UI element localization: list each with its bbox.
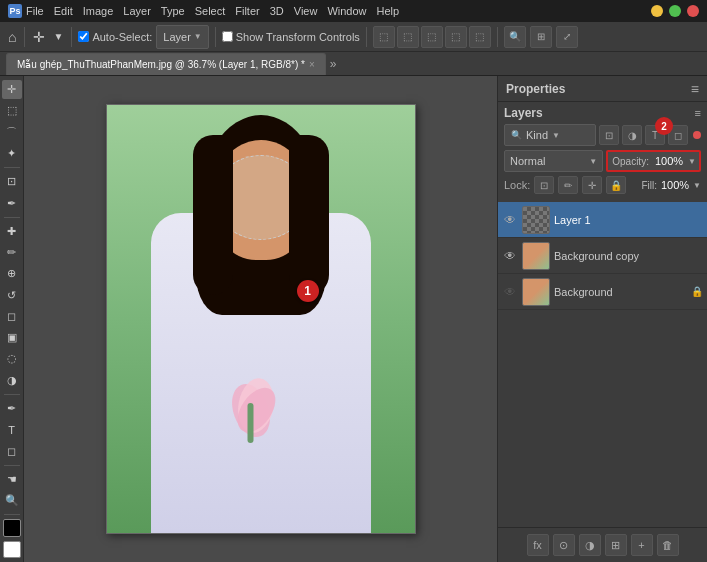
- layer-item-background[interactable]: 👁 Background 🔒: [498, 274, 707, 310]
- adjustment-button[interactable]: ◑: [579, 534, 601, 556]
- right-panel: Properties ≡ Layers ≡ 🔍 Kind ▼ ⊡ ◑ T: [497, 76, 707, 562]
- hand-tool[interactable]: ☚: [2, 470, 22, 489]
- background-visibility-toggle[interactable]: 👁: [502, 284, 518, 300]
- close-button[interactable]: [687, 5, 699, 17]
- gradient-tool[interactable]: ▣: [2, 328, 22, 347]
- history-brush-tool[interactable]: ↺: [2, 285, 22, 304]
- layer-dropdown[interactable]: Layer ▼: [156, 25, 208, 49]
- toolbar-separator-3: [215, 27, 216, 47]
- filter-adjust-button[interactable]: ◑: [622, 125, 642, 145]
- move-tool[interactable]: ✛: [2, 80, 22, 99]
- fill-dropdown-arrow[interactable]: ▼: [693, 181, 701, 190]
- bgcopy-visibility-toggle[interactable]: 👁: [502, 248, 518, 264]
- menu-edit[interactable]: Edit: [54, 5, 73, 17]
- foreground-color[interactable]: [3, 519, 21, 536]
- layer-dropdown-label: Layer: [163, 31, 191, 43]
- layers-menu-button[interactable]: ≡: [695, 107, 701, 119]
- expand-button[interactable]: ⤢: [556, 26, 578, 48]
- flower-element: [223, 373, 278, 443]
- grid-button[interactable]: ⊞: [530, 26, 552, 48]
- align-buttons: ⬚ ⬚ ⬚ ⬚ ⬚: [373, 26, 491, 48]
- blur-tool[interactable]: ◌: [2, 349, 22, 368]
- title-bar: Ps File Edit Image Layer Type Select Fil…: [0, 0, 707, 22]
- magic-wand-tool[interactable]: ✦: [2, 144, 22, 163]
- layer1-visibility-toggle[interactable]: 👁: [502, 212, 518, 228]
- left-toolbar: ✛ ⬚ ⌒ ✦ ⊡ ✒ ✚ ✏ ⊕ ↺ ◻ ▣ ◌ ◑ ✒ T ◻ ☚ 🔍: [0, 76, 24, 562]
- pen-tool[interactable]: ✒: [2, 399, 22, 418]
- filter-pixel-button[interactable]: ⊡: [599, 125, 619, 145]
- brush-tool[interactable]: ✏: [2, 243, 22, 262]
- tab-nav-more[interactable]: »: [326, 57, 341, 71]
- opacity-dropdown-arrow[interactable]: ▼: [685, 157, 699, 166]
- marquee-tool[interactable]: ⬚: [2, 101, 22, 120]
- lock-all-button[interactable]: 🔒: [606, 176, 626, 194]
- home-icon[interactable]: ⌂: [6, 27, 18, 47]
- lock-transparent-button[interactable]: ⊡: [534, 176, 554, 194]
- menu-view[interactable]: View: [294, 5, 318, 17]
- minimize-button[interactable]: [651, 5, 663, 17]
- align-center-button[interactable]: ⬚: [397, 26, 419, 48]
- opacity-control[interactable]: Opacity: 100% ▼: [606, 150, 701, 172]
- properties-menu-icon[interactable]: ≡: [691, 81, 699, 97]
- tab-close-button[interactable]: ×: [309, 59, 315, 70]
- align-left-button[interactable]: ⬚: [373, 26, 395, 48]
- menu-image[interactable]: Image: [83, 5, 114, 17]
- zoom-tool[interactable]: 🔍: [2, 491, 22, 510]
- align-top-button[interactable]: ⬚: [445, 26, 467, 48]
- layers-section: Layers ≡ 🔍 Kind ▼ ⊡ ◑ T 2 ◻: [498, 102, 707, 202]
- fill-value: 100%: [659, 179, 691, 191]
- zoom-button[interactable]: 🔍: [504, 26, 526, 48]
- menu-type[interactable]: Type: [161, 5, 185, 17]
- menu-layer[interactable]: Layer: [123, 5, 151, 17]
- layer1-name: Layer 1: [554, 214, 703, 226]
- delete-layer-button[interactable]: 🗑: [657, 534, 679, 556]
- layer-item-bgcopy[interactable]: 👁 Background copy: [498, 238, 707, 274]
- heal-tool[interactable]: ✚: [2, 222, 22, 241]
- auto-select-checkbox[interactable]: Auto-Select:: [78, 31, 152, 43]
- layers-header: Layers ≡: [504, 106, 701, 120]
- bgcopy-name: Background copy: [554, 250, 703, 262]
- background-lock-icon: 🔒: [691, 286, 703, 297]
- lock-image-button[interactable]: ✏: [558, 176, 578, 194]
- stamp-tool[interactable]: ⊕: [2, 264, 22, 283]
- filter-active-indicator[interactable]: [693, 131, 701, 139]
- lasso-tool[interactable]: ⌒: [2, 123, 22, 142]
- menu-3d[interactable]: 3D: [270, 5, 284, 17]
- align-bottom-button[interactable]: ⬚: [469, 26, 491, 48]
- mask-button[interactable]: ⊙: [553, 534, 575, 556]
- menu-window[interactable]: Window: [327, 5, 366, 17]
- move-arrow-icon[interactable]: ▼: [51, 29, 65, 44]
- blend-opacity-row: Normal ▼ Opacity: 100% ▼: [504, 150, 701, 172]
- layer-item-layer1[interactable]: 👁 Layer 1: [498, 202, 707, 238]
- eraser-tool[interactable]: ◻: [2, 307, 22, 326]
- new-layer-button[interactable]: +: [631, 534, 653, 556]
- eyedropper-tool[interactable]: ✒: [2, 193, 22, 212]
- show-transform-input[interactable]: [222, 31, 233, 42]
- lock-label: Lock:: [504, 179, 530, 191]
- type-tool[interactable]: T: [2, 420, 22, 439]
- show-transform-checkbox[interactable]: Show Transform Controls: [222, 31, 360, 43]
- maximize-button[interactable]: [669, 5, 681, 17]
- show-transform-label: Show Transform Controls: [236, 31, 360, 43]
- fill-control: Fill: 100% ▼: [641, 179, 701, 191]
- document-tab[interactable]: Mẫu ghép_ThuThuatPhanMem.jpg @ 36.7% (La…: [6, 53, 326, 75]
- shape-tool[interactable]: ◻: [2, 441, 22, 460]
- move-icon[interactable]: ✛: [31, 27, 47, 47]
- kind-dropdown[interactable]: 🔍 Kind ▼: [504, 124, 596, 146]
- dodge-tool[interactable]: ◑: [2, 371, 22, 390]
- menu-help[interactable]: Help: [377, 5, 400, 17]
- menu-filter[interactable]: Filter: [235, 5, 259, 17]
- group-button[interactable]: ⊞: [605, 534, 627, 556]
- crop-tool[interactable]: ⊡: [2, 172, 22, 191]
- toolbar-separator-5: [497, 27, 498, 47]
- lock-position-button[interactable]: ✛: [582, 176, 602, 194]
- fx-button[interactable]: fx: [527, 534, 549, 556]
- menu-select[interactable]: Select: [195, 5, 226, 17]
- auto-select-input[interactable]: [78, 31, 89, 42]
- background-color[interactable]: [3, 541, 21, 558]
- align-right-button[interactable]: ⬚: [421, 26, 443, 48]
- annotation-badge-1: 1: [297, 280, 319, 302]
- menu-file[interactable]: File: [26, 5, 44, 17]
- blend-mode-dropdown[interactable]: Normal ▼: [504, 150, 603, 172]
- toolbar-separator-4: [366, 27, 367, 47]
